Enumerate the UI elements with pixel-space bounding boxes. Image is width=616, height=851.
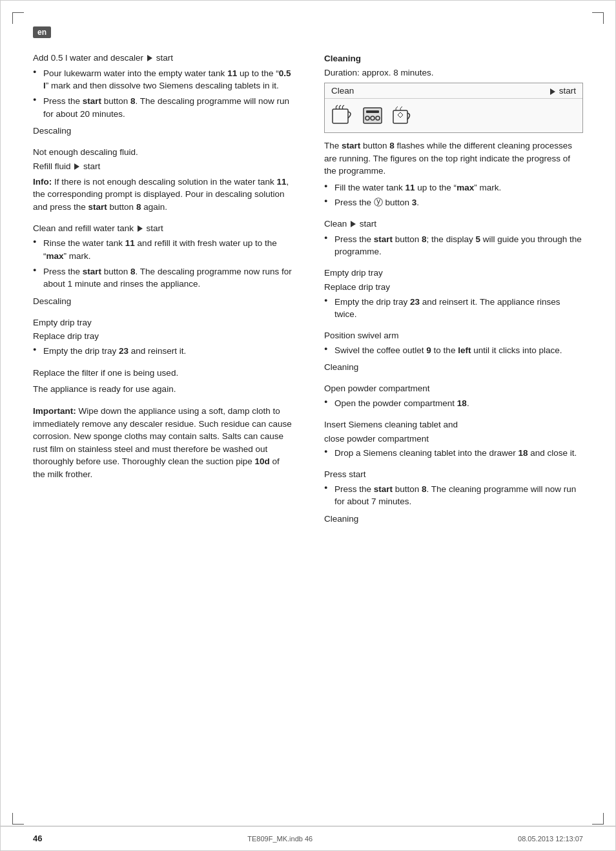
list-item: Press the start button 8; the display 5 … [324,233,583,258]
display-box-top: Clean start [325,83,582,99]
page: en Add 0.5 l water and descaler start Po… [0,0,616,851]
arrow-icon-clean-start [351,221,356,227]
arrow-icon-2 [74,163,79,170]
section-cleaning-header: Cleaning Duration: approx. 8 minutes. Cl… [324,52,583,209]
cup-icon [331,104,354,127]
important-text: Important: Wipe down the appliance using… [33,405,292,480]
footer: 46 TE809F_MK.indb 46 08.05.2013 12:13:07 [1,826,615,850]
clean-refill-bullets: Rinse the water tank 11 and refill it wi… [33,237,292,290]
add-water-bullets: Pour lukewarm water into the empty water… [33,67,292,120]
cleaning-title: Cleaning [324,52,583,65]
clean-start-step: Clean start [324,218,583,231]
corner-mark-tr [592,12,604,24]
section-important: Important: Wipe down the appliance using… [33,405,292,480]
replace-filter-line1: Replace the filter if one is being used. [33,367,292,380]
clean-start-bullets: Press the start button 8; the display 5 … [324,233,583,258]
descaling-label-2: Descaling [33,296,292,308]
replace-filter-line2: The appliance is ready for use again. [33,383,292,396]
drip-tray-bullets-right: Empty the drip tray 23 and reinsert it. … [324,296,583,321]
open-powder-title: Open powder compartment [324,383,583,395]
list-item: Rinse the water tank 11 and refill it wi… [33,237,292,262]
footer-right: 08.05.2013 12:13:07 [518,835,583,843]
section-clean-start: Clean start Press the start button 8; th… [324,218,583,258]
insert-tablet-title-1: Insert Siemens cleaning tablet and [324,419,583,431]
corner-mark-tl [12,12,24,24]
info-text: Info: If there is not enough descaling s… [33,176,292,214]
page-number: 46 [33,834,42,843]
refill-fluid-step: Refill fluid start [33,161,292,173]
list-item: Swivel the coffee outlet 9 to the left u… [324,344,583,357]
steam-icon [361,104,384,127]
empty-drip-right-1: Empty drip tray [324,267,583,280]
cleaning-description: The start button 8 flashes while the dif… [324,139,583,178]
add-water-step: Add 0.5 l water and descaler start [33,52,292,65]
list-item: Press the ⓨ button 3. [324,196,583,209]
empty-drip-tray-label: Empty drip tray [33,317,292,329]
lang-badge: en [33,26,51,38]
cleaning-duration: Duration: approx. 8 minutes. [324,67,583,79]
clean-refill-step: Clean and refill water tank start [33,223,292,235]
section-empty-drip-tray-right: Empty drip tray Replace drip tray Empty … [324,267,583,321]
swivel-arm-title: Position swivel arm [324,330,583,342]
section-not-enough-fluid: Not enough descaling fluid. Refill fluid… [33,147,292,213]
section-swivel-arm: Position swivel arm Swivel the coffee ou… [324,330,583,374]
section-powder-compartment: Open powder compartment Open the powder … [324,383,583,409]
clean-display-box: Clean start [324,83,583,133]
replace-drip-right-2: Replace drip tray [324,282,583,294]
press-start-bullets: Press the start button 8. The cleaning p… [324,483,583,508]
list-item: Fill the water tank 11 up to the “max” m… [324,181,583,194]
list-item: Press the start button 8. The cleaning p… [324,483,583,508]
list-item: Drop a Siemens cleaning tablet into the … [324,447,583,460]
coffee-diamond-icon [391,104,414,127]
cleaning-label-swivel: Cleaning [324,362,583,374]
section-insert-tablet: Insert Siemens cleaning tablet and close… [324,419,583,460]
section-clean-refill: Clean and refill water tank start Rinse … [33,223,292,308]
corner-mark-br [592,813,604,825]
svg-rect-1 [364,108,382,123]
display-box-label: Clean [331,86,354,96]
cleaning-bullets-1: Fill the water tank 11 up to the “max” m… [324,181,583,209]
display-box-icons [325,99,582,132]
swivel-arm-bullets: Swivel the coffee outlet 9 to the left u… [324,344,583,357]
svg-rect-2 [366,110,379,113]
svg-rect-0 [333,109,348,123]
content-area: Add 0.5 l water and descaler start Pour … [33,52,583,812]
powder-bullets: Open the powder compartment 18. [324,397,583,410]
tablet-bullets: Drop a Siemens cleaning tablet into the … [324,447,583,460]
right-column: Cleaning Duration: approx. 8 minutes. Cl… [318,52,583,812]
section-add-water: Add 0.5 l water and descaler start Pour … [33,52,292,138]
section-replace-filter: Replace the filter if one is being used.… [33,367,292,396]
replace-drip-tray-label: Replace drip tray [33,331,292,343]
arrow-icon-display [550,88,555,95]
drip-tray-bullets-left: Empty the drip tray 23 and reinsert it. [33,345,292,358]
footer-left: TE809F_MK.indb 46 [247,835,313,843]
list-item: Open the powder compartment 18. [324,397,583,410]
corner-mark-bl [12,813,24,825]
display-box-start: start [549,86,576,96]
arrow-icon-3 [138,225,143,232]
press-start-title: Press start [324,469,583,481]
list-item: Empty the drip tray 23 and reinsert it. … [324,296,583,321]
list-item: Press the start button 8. The descaling … [33,95,292,120]
descaling-label-1: Descaling [33,125,292,138]
list-item: Empty the drip tray 23 and reinsert it. [33,345,292,358]
arrow-icon-1 [147,55,152,61]
list-item: Pour lukewarm water into the empty water… [33,67,292,92]
not-enough-label: Not enough descaling fluid. [33,147,292,159]
cleaning-label-end: Cleaning [324,513,583,526]
list-item: Press the start button 8. The descaling … [33,265,292,291]
svg-marker-7 [398,112,403,118]
section-empty-drip-tray-left: Empty drip tray Replace drip tray Empty … [33,317,292,358]
left-column: Add 0.5 l water and descaler start Pour … [33,52,298,812]
section-press-start: Press start Press the start button 8. Th… [324,469,583,526]
insert-tablet-title-2: close powder compartment [324,433,583,446]
